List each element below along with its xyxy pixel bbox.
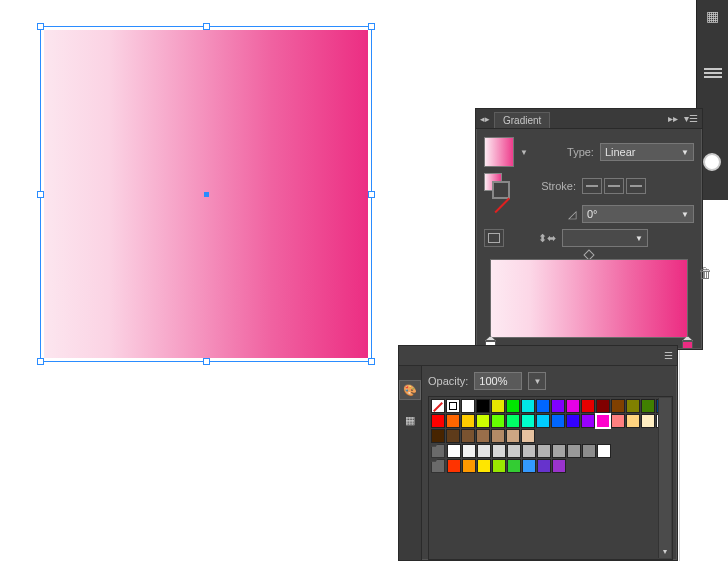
swatch-chip[interactable] [462,444,476,458]
gradient-ramp[interactable] [490,259,688,338]
resize-handle-bm[interactable] [203,358,210,365]
stroke-mode-along[interactable] [604,178,624,194]
swatches-mode-grid-icon[interactable]: ▦ [399,410,421,430]
stroke-mode-across[interactable] [626,178,646,194]
swatch-chip[interactable] [461,399,475,413]
swatch-chip[interactable] [596,399,610,413]
resize-handle-bl[interactable] [37,358,44,365]
swatches-mode-rail: 🎨 ▦ [399,366,422,560]
swatch-chip[interactable] [566,414,580,428]
gradient-panel-header[interactable]: ◂▸ Gradient ▸▸ ▾☰ [476,109,702,129]
gradient-preview-thumb[interactable] [484,137,514,167]
gradient-panel-tab[interactable]: Gradient [494,112,550,128]
swatch-chip[interactable] [492,444,506,458]
dock-icon-ring[interactable] [701,34,725,58]
swatch-chip[interactable] [491,429,505,443]
resize-handle-tr[interactable] [368,23,375,30]
dock-icon-grid[interactable]: ▦ [701,4,725,28]
swatch-chip[interactable] [522,444,536,458]
swatch-chip[interactable] [491,399,505,413]
resize-handle-tm[interactable] [203,23,210,30]
swatch-chip[interactable] [536,414,550,428]
swatch-chip[interactable] [492,459,506,473]
opacity-field[interactable]: 100% [474,372,522,390]
panel-menu-icon[interactable]: ▾☰ [684,113,698,124]
swatch-chip[interactable] [461,414,475,428]
swatch-chip[interactable] [491,414,505,428]
swatch-chip[interactable] [476,399,490,413]
swatch-folder-icon[interactable] [431,444,445,458]
opacity-dropdown-caret[interactable]: ▼ [528,372,546,390]
swatch-chip[interactable] [566,399,580,413]
swatch-chip[interactable] [447,459,461,473]
swatch-chip[interactable] [536,399,550,413]
swatch-chip[interactable] [521,399,535,413]
resize-handle-tl[interactable] [37,23,44,30]
swatches-scrollbar[interactable]: ▾ [658,398,671,558]
swatch-chip[interactable] [522,459,536,473]
swatch-chip[interactable] [611,399,625,413]
swatch-chip[interactable] [431,399,445,413]
swatches-panel-header[interactable]: ☰ [399,346,677,366]
gradient-type-value: Linear [605,146,636,158]
swatch-chip[interactable] [506,399,520,413]
resize-handle-mr[interactable] [368,191,375,198]
swatch-chip[interactable] [596,414,610,428]
stroke-swatch-none[interactable] [492,181,510,199]
swatch-chip[interactable] [581,399,595,413]
swatch-chip[interactable] [581,414,595,428]
reverse-gradient-button[interactable] [484,229,504,247]
swatch-chip[interactable] [446,399,460,413]
gradient-stop-end[interactable] [682,336,693,349]
swatch-chip[interactable] [447,444,461,458]
swatch-chip[interactable] [476,429,490,443]
gradient-thumb-caret-icon[interactable]: ▼ [520,148,528,157]
swatch-chip[interactable] [477,459,491,473]
swatch-chip[interactable] [551,399,565,413]
panel-menu-icon[interactable]: ☰ [664,350,673,361]
swatch-chip[interactable] [582,444,596,458]
gradient-angle-field[interactable]: 0° ▼ [582,205,694,223]
swatch-chip[interactable] [537,459,551,473]
swatch-chip[interactable] [626,399,640,413]
panel-cycle-icon[interactable]: ▸▸ [668,113,678,124]
swatch-chip[interactable] [537,444,551,458]
swatch-chip[interactable] [597,444,611,458]
stroke-mode-within[interactable] [582,178,602,194]
gradient-aspect-field[interactable]: ▼ [562,229,648,247]
resize-handle-ml[interactable] [37,191,44,198]
swatch-chip[interactable] [477,444,491,458]
swatch-chip[interactable] [431,414,445,428]
dock-icon-circle[interactable] [700,150,724,174]
swatch-chip[interactable] [431,429,445,443]
swatch-chip[interactable] [506,414,520,428]
swatch-chip[interactable] [462,459,476,473]
swatch-chip[interactable] [641,399,655,413]
swatch-chip[interactable] [507,459,521,473]
swatch-chip[interactable] [626,414,640,428]
dock-icon-menu[interactable] [701,64,725,82]
swatch-chip[interactable] [521,414,535,428]
swatch-chip[interactable] [552,444,566,458]
swatches-mode-palette-icon[interactable]: 🎨 [399,380,421,400]
resize-handle-br[interactable] [368,358,375,365]
swatch-chip[interactable] [507,444,521,458]
swatch-chip[interactable] [552,459,566,473]
swatch-chip[interactable] [567,444,581,458]
gradient-rectangle[interactable] [44,30,368,358]
panel-collapse-arrows-icon[interactable]: ◂▸ [480,114,490,124]
swatch-chip[interactable] [461,429,475,443]
gradient-type-dropdown[interactable]: Linear ▼ [600,143,694,161]
swatch-chip[interactable] [446,429,460,443]
swatch-chip[interactable] [476,414,490,428]
gradient-slider[interactable]: 🗑 [484,259,694,338]
swatch-folder-icon[interactable] [431,459,445,473]
fill-stroke-toggle[interactable] [484,173,510,199]
swatch-chip[interactable] [551,414,565,428]
swatch-chip[interactable] [521,429,535,443]
delete-stop-icon[interactable]: 🗑 [698,265,712,280]
swatch-chip[interactable] [446,414,460,428]
swatch-chip[interactable] [641,414,655,428]
swatch-chip[interactable] [611,414,625,428]
swatch-chip[interactable] [506,429,520,443]
